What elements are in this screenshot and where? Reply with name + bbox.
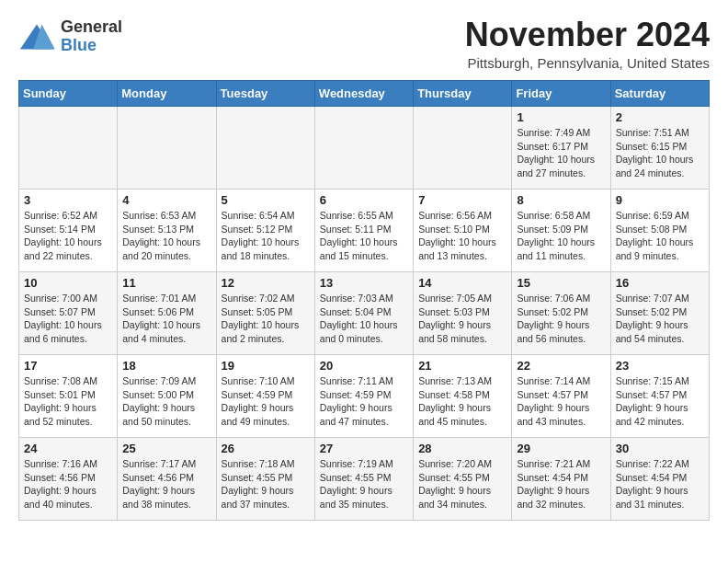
calendar-cell: 12Sunrise: 7:02 AM Sunset: 5:05 PM Dayli… bbox=[216, 272, 314, 355]
day-number: 4 bbox=[122, 193, 210, 207]
day-detail: Sunrise: 6:56 AM Sunset: 5:10 PM Dayligh… bbox=[418, 209, 506, 263]
day-detail: Sunrise: 7:20 AM Sunset: 4:55 PM Dayligh… bbox=[418, 457, 506, 511]
day-number: 14 bbox=[418, 276, 506, 290]
day-number: 23 bbox=[616, 359, 704, 373]
page-header: General Blue November 2024 Pittsburgh, P… bbox=[18, 18, 710, 71]
day-detail: Sunrise: 6:52 AM Sunset: 5:14 PM Dayligh… bbox=[24, 209, 112, 263]
calendar-cell bbox=[19, 107, 118, 190]
calendar-table: Sunday Monday Tuesday Wednesday Thursday… bbox=[18, 80, 710, 521]
calendar-cell: 15Sunrise: 7:06 AM Sunset: 5:02 PM Dayli… bbox=[512, 272, 610, 355]
day-detail: Sunrise: 7:08 AM Sunset: 5:01 PM Dayligh… bbox=[24, 374, 112, 429]
day-number: 12 bbox=[222, 276, 310, 290]
calendar-cell: 4Sunrise: 6:53 AM Sunset: 5:13 PM Daylig… bbox=[118, 190, 216, 272]
col-thursday: Thursday bbox=[414, 81, 512, 107]
calendar-cell bbox=[314, 107, 413, 190]
location: Pittsburgh, Pennsylvania, United States bbox=[465, 55, 710, 71]
day-number: 29 bbox=[517, 442, 605, 455]
day-detail: Sunrise: 7:16 AM Sunset: 4:56 PM Dayligh… bbox=[24, 457, 112, 511]
day-number: 8 bbox=[517, 193, 605, 207]
day-number: 13 bbox=[320, 276, 408, 290]
day-number: 28 bbox=[418, 442, 506, 455]
day-detail: Sunrise: 7:18 AM Sunset: 4:55 PM Dayligh… bbox=[222, 457, 310, 511]
day-number: 17 bbox=[24, 359, 112, 373]
day-detail: Sunrise: 7:19 AM Sunset: 4:55 PM Dayligh… bbox=[320, 457, 408, 511]
calendar-cell: 5Sunrise: 6:54 AM Sunset: 5:12 PM Daylig… bbox=[216, 190, 314, 272]
col-tuesday: Tuesday bbox=[216, 81, 314, 107]
day-detail: Sunrise: 6:55 AM Sunset: 5:11 PM Dayligh… bbox=[320, 209, 408, 263]
day-detail: Sunrise: 7:07 AM Sunset: 5:02 PM Dayligh… bbox=[616, 292, 704, 346]
day-detail: Sunrise: 7:11 AM Sunset: 4:59 PM Dayligh… bbox=[320, 374, 408, 429]
day-number: 18 bbox=[122, 359, 210, 373]
day-detail: Sunrise: 6:59 AM Sunset: 5:08 PM Dayligh… bbox=[616, 209, 704, 263]
day-number: 7 bbox=[418, 193, 506, 207]
calendar-cell: 28Sunrise: 7:20 AM Sunset: 4:55 PM Dayli… bbox=[414, 438, 512, 521]
calendar-week-row: 24Sunrise: 7:16 AM Sunset: 4:56 PM Dayli… bbox=[19, 438, 710, 521]
calendar-cell bbox=[414, 107, 512, 190]
day-detail: Sunrise: 7:22 AM Sunset: 4:54 PM Dayligh… bbox=[616, 457, 704, 511]
calendar-cell: 3Sunrise: 6:52 AM Sunset: 5:14 PM Daylig… bbox=[19, 190, 118, 272]
day-number: 27 bbox=[320, 442, 408, 455]
logo-text: General Blue bbox=[61, 18, 122, 55]
day-number: 11 bbox=[122, 276, 210, 290]
calendar-cell: 11Sunrise: 7:01 AM Sunset: 5:06 PM Dayli… bbox=[118, 272, 216, 355]
logo-icon bbox=[18, 23, 55, 51]
day-number: 22 bbox=[517, 359, 605, 373]
day-detail: Sunrise: 7:15 AM Sunset: 4:57 PM Dayligh… bbox=[616, 374, 704, 429]
calendar-cell: 19Sunrise: 7:10 AM Sunset: 4:59 PM Dayli… bbox=[216, 355, 314, 438]
calendar-header-row: Sunday Monday Tuesday Wednesday Thursday… bbox=[19, 81, 710, 107]
calendar-cell: 6Sunrise: 6:55 AM Sunset: 5:11 PM Daylig… bbox=[314, 190, 413, 272]
month-title: November 2024 bbox=[465, 18, 710, 52]
calendar-cell: 14Sunrise: 7:05 AM Sunset: 5:03 PM Dayli… bbox=[414, 272, 512, 355]
calendar-cell: 13Sunrise: 7:03 AM Sunset: 5:04 PM Dayli… bbox=[314, 272, 413, 355]
day-number: 2 bbox=[616, 110, 704, 124]
day-detail: Sunrise: 7:09 AM Sunset: 5:00 PM Dayligh… bbox=[122, 374, 210, 429]
day-number: 6 bbox=[320, 193, 408, 207]
calendar-cell: 23Sunrise: 7:15 AM Sunset: 4:57 PM Dayli… bbox=[610, 355, 709, 438]
calendar-cell: 1Sunrise: 7:49 AM Sunset: 6:17 PM Daylig… bbox=[512, 107, 610, 190]
calendar-week-row: 17Sunrise: 7:08 AM Sunset: 5:01 PM Dayli… bbox=[19, 355, 710, 438]
day-number: 16 bbox=[616, 276, 704, 290]
calendar-cell bbox=[216, 107, 314, 190]
calendar-cell: 10Sunrise: 7:00 AM Sunset: 5:07 PM Dayli… bbox=[19, 272, 118, 355]
day-detail: Sunrise: 6:54 AM Sunset: 5:12 PM Dayligh… bbox=[222, 209, 310, 263]
calendar-cell: 7Sunrise: 6:56 AM Sunset: 5:10 PM Daylig… bbox=[414, 190, 512, 272]
col-sunday: Sunday bbox=[19, 81, 118, 107]
day-detail: Sunrise: 7:03 AM Sunset: 5:04 PM Dayligh… bbox=[320, 292, 408, 346]
day-detail: Sunrise: 7:49 AM Sunset: 6:17 PM Dayligh… bbox=[517, 126, 605, 180]
calendar-cell: 20Sunrise: 7:11 AM Sunset: 4:59 PM Dayli… bbox=[314, 355, 413, 438]
calendar-cell: 24Sunrise: 7:16 AM Sunset: 4:56 PM Dayli… bbox=[19, 438, 118, 521]
day-number: 5 bbox=[222, 193, 310, 207]
day-detail: Sunrise: 7:17 AM Sunset: 4:56 PM Dayligh… bbox=[122, 457, 210, 511]
title-section: November 2024 Pittsburgh, Pennsylvania, … bbox=[465, 18, 710, 71]
day-number: 9 bbox=[616, 193, 704, 207]
day-detail: Sunrise: 7:01 AM Sunset: 5:06 PM Dayligh… bbox=[122, 292, 210, 346]
day-detail: Sunrise: 6:53 AM Sunset: 5:13 PM Dayligh… bbox=[122, 209, 210, 263]
calendar-week-row: 3Sunrise: 6:52 AM Sunset: 5:14 PM Daylig… bbox=[19, 190, 710, 272]
calendar-cell: 30Sunrise: 7:22 AM Sunset: 4:54 PM Dayli… bbox=[610, 438, 709, 521]
day-number: 10 bbox=[24, 276, 112, 290]
calendar-cell: 27Sunrise: 7:19 AM Sunset: 4:55 PM Dayli… bbox=[314, 438, 413, 521]
day-detail: Sunrise: 7:13 AM Sunset: 4:58 PM Dayligh… bbox=[418, 374, 506, 429]
calendar-cell: 25Sunrise: 7:17 AM Sunset: 4:56 PM Dayli… bbox=[118, 438, 216, 521]
day-number: 20 bbox=[320, 359, 408, 373]
day-number: 21 bbox=[418, 359, 506, 373]
day-detail: Sunrise: 7:02 AM Sunset: 5:05 PM Dayligh… bbox=[222, 292, 310, 346]
day-detail: Sunrise: 7:10 AM Sunset: 4:59 PM Dayligh… bbox=[222, 374, 310, 429]
calendar-cell: 21Sunrise: 7:13 AM Sunset: 4:58 PM Dayli… bbox=[414, 355, 512, 438]
day-number: 24 bbox=[24, 442, 112, 455]
calendar-cell: 2Sunrise: 7:51 AM Sunset: 6:15 PM Daylig… bbox=[610, 107, 709, 190]
calendar-cell: 9Sunrise: 6:59 AM Sunset: 5:08 PM Daylig… bbox=[610, 190, 709, 272]
calendar-week-row: 10Sunrise: 7:00 AM Sunset: 5:07 PM Dayli… bbox=[19, 272, 710, 355]
col-monday: Monday bbox=[118, 81, 216, 107]
day-detail: Sunrise: 7:06 AM Sunset: 5:02 PM Dayligh… bbox=[517, 292, 605, 346]
calendar-cell: 29Sunrise: 7:21 AM Sunset: 4:54 PM Dayli… bbox=[512, 438, 610, 521]
day-number: 19 bbox=[222, 359, 310, 373]
day-number: 26 bbox=[222, 442, 310, 455]
calendar-cell: 17Sunrise: 7:08 AM Sunset: 5:01 PM Dayli… bbox=[19, 355, 118, 438]
day-number: 3 bbox=[24, 193, 112, 207]
day-detail: Sunrise: 7:51 AM Sunset: 6:15 PM Dayligh… bbox=[616, 126, 704, 180]
col-saturday: Saturday bbox=[610, 81, 709, 107]
calendar-cell: 8Sunrise: 6:58 AM Sunset: 5:09 PM Daylig… bbox=[512, 190, 610, 272]
col-friday: Friday bbox=[512, 81, 610, 107]
day-detail: Sunrise: 7:00 AM Sunset: 5:07 PM Dayligh… bbox=[24, 292, 112, 346]
